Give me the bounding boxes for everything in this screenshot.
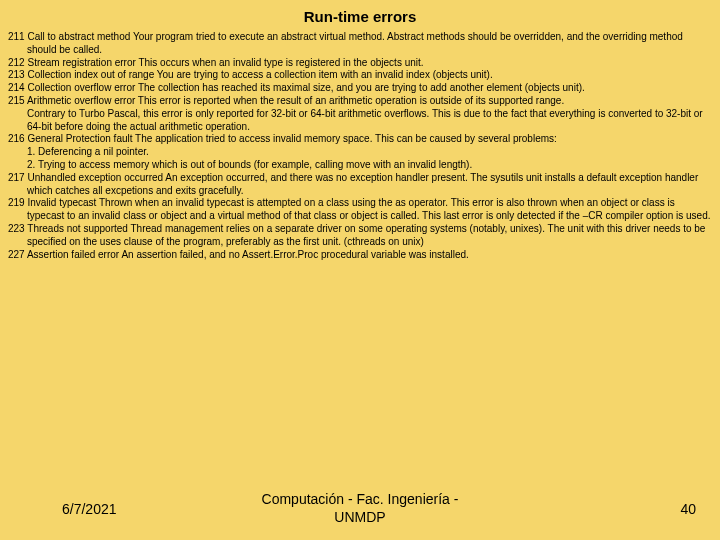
footer-line1: Computación - Fac. Ingeniería - xyxy=(262,491,459,507)
footer-page-number: 40 xyxy=(680,501,696,517)
error-216-sub2: 2. Trying to access memory which is out … xyxy=(8,159,712,172)
footer: 6/7/2021 Computación - Fac. Ingeniería -… xyxy=(0,491,720,526)
error-217: 217 Unhandled exception occurred An exce… xyxy=(8,172,712,198)
error-212: 212 Stream registration error This occur… xyxy=(8,57,712,70)
error-216: 216 General Protection fault The applica… xyxy=(8,133,712,146)
error-list: 211 Call to abstract method Your program… xyxy=(0,31,720,261)
error-223: 223 Threads not supported Thread managem… xyxy=(8,223,712,249)
footer-line2: UNMDP xyxy=(334,509,385,525)
error-214: 214 Collection overflow error The collec… xyxy=(8,82,712,95)
error-215-cont: Contrary to Turbo Pascal, this error is … xyxy=(8,108,712,134)
page-title: Run-time errors xyxy=(0,0,720,31)
error-216-sub1: 1. Deferencing a nil pointer. xyxy=(8,146,712,159)
error-219: 219 Invalid typecast Thrown when an inva… xyxy=(8,197,712,223)
error-213: 213 Collection index out of range You ar… xyxy=(8,69,712,82)
error-227: 227 Assertion failed error An assertion … xyxy=(8,249,712,262)
error-215: 215 Arithmetic overflow error This error… xyxy=(8,95,712,108)
error-211: 211 Call to abstract method Your program… xyxy=(8,31,712,57)
footer-date: 6/7/2021 xyxy=(62,501,117,517)
